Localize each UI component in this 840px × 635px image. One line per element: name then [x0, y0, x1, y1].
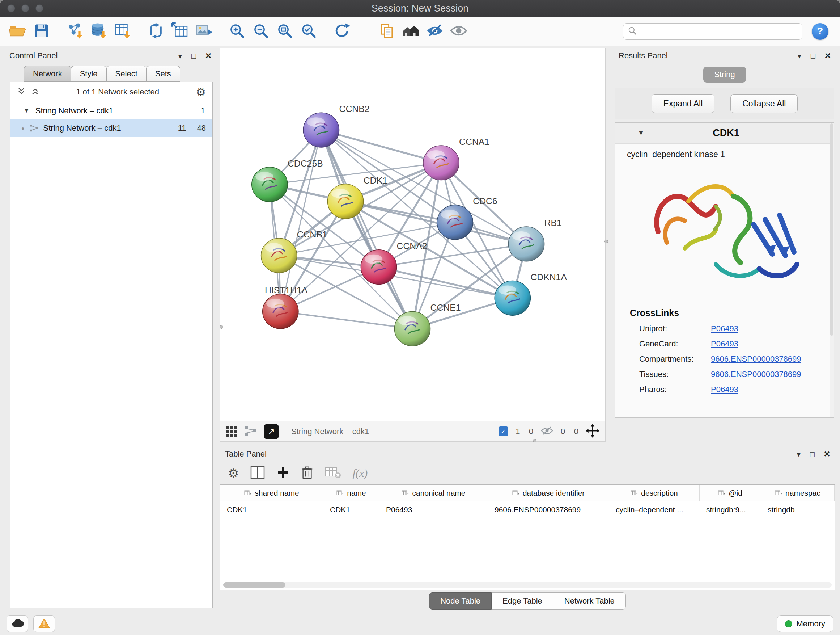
hide-selected-button[interactable] [424, 20, 446, 43]
float-panel-icon[interactable]: □ [811, 52, 815, 60]
cloud-sync-button[interactable] [6, 616, 28, 632]
crosslink-link-pharos[interactable]: P06493 [711, 385, 738, 394]
network-node-ccna2[interactable] [361, 250, 396, 285]
splitter-handle[interactable] [605, 240, 608, 243]
crosslink-link-tissues[interactable]: 9606.ENSP00000378699 [711, 370, 801, 379]
collapse-tree-button[interactable] [17, 87, 26, 97]
splitter-handle[interactable] [533, 439, 537, 442]
network-edge[interactable] [280, 311, 412, 329]
network-node-cdc6[interactable] [437, 205, 473, 240]
close-panel-icon[interactable]: × [825, 51, 831, 61]
collection-count: 1 [201, 106, 205, 116]
control-panel-header: Control Panel ▾ □ × [4, 48, 216, 64]
table-options-button[interactable]: ⚙ [228, 467, 239, 479]
network-node-ccnb1[interactable] [261, 238, 297, 273]
expand-all-button[interactable]: Expand All [652, 95, 715, 113]
collapse-panel-icon[interactable]: ▾ [797, 450, 801, 458]
network-from-table-button[interactable] [169, 20, 191, 43]
create-column-button[interactable] [276, 466, 289, 480]
open-session-button[interactable] [6, 20, 29, 43]
gene-section-header[interactable]: ▼ CDK1 [615, 123, 834, 144]
network-node-ccne1[interactable] [394, 311, 430, 346]
column-header[interactable]: shared name [220, 485, 324, 501]
network-node-cdc25b[interactable] [252, 167, 287, 202]
network-node-ccnb2[interactable] [303, 112, 339, 147]
table-horizontal-scrollbar[interactable] [223, 582, 832, 587]
network-graph[interactable]: CCNB2CCNA1CDC25BCDK1CDC6RB1CCNB1CCNA2CDK… [220, 48, 605, 421]
close-panel-icon[interactable]: × [824, 449, 830, 459]
zoom-window-button[interactable] [35, 4, 43, 12]
gene-expander-icon[interactable]: ▼ [638, 129, 644, 137]
network-row[interactable]: ● String Network – cdk1 11 48 [11, 119, 212, 137]
birds-eye-toggle-button[interactable] [226, 426, 237, 437]
network-edge[interactable] [280, 130, 321, 311]
minimize-window-button[interactable] [21, 4, 29, 12]
float-panel-icon[interactable]: □ [810, 450, 815, 458]
delete-table-button[interactable] [325, 466, 341, 480]
tab-sets[interactable]: Sets [146, 66, 180, 82]
column-header[interactable]: name [324, 485, 379, 501]
search-input[interactable] [640, 27, 798, 36]
tab-edge-table[interactable]: Edge Table [492, 592, 554, 610]
warnings-button[interactable] [33, 616, 55, 632]
collapse-panel-icon[interactable]: ▾ [797, 52, 801, 60]
column-header[interactable]: database identifier [488, 485, 609, 501]
tab-node-table[interactable]: Node Table [429, 592, 492, 610]
import-table-from-file-button[interactable] [111, 20, 134, 43]
tab-style[interactable]: Style [71, 66, 107, 82]
scrollbar-thumb[interactable] [223, 582, 286, 587]
function-builder-button[interactable]: f(x) [352, 467, 368, 479]
results-scrollbar[interactable] [829, 123, 834, 417]
network-node-rb1[interactable] [508, 226, 544, 261]
selected-checkbox-icon[interactable]: ✓ [499, 426, 508, 436]
network-canvas[interactable]: CCNB2CCNA1CDC25BCDK1CDC6RB1CCNB1CCNA2CDK… [220, 48, 606, 421]
close-window-button[interactable] [7, 4, 15, 12]
new-network-button[interactable] [145, 20, 167, 43]
pan-tool-button[interactable] [586, 424, 600, 439]
export-view-button[interactable]: ↗ [264, 424, 279, 439]
close-panel-icon[interactable]: × [205, 51, 211, 61]
delete-columns-button[interactable] [301, 466, 313, 481]
network-share-button[interactable] [244, 425, 256, 438]
network-node-cdk1[interactable] [327, 184, 363, 219]
show-columns-button[interactable] [250, 466, 265, 480]
collapse-panel-icon[interactable]: ▾ [178, 52, 182, 60]
results-tab-string[interactable]: String [703, 67, 745, 82]
tab-network-table[interactable]: Network Table [554, 592, 626, 610]
crosslink-link-genecard[interactable]: P06493 [711, 339, 738, 348]
save-session-button[interactable] [30, 20, 53, 43]
network-node-ccna1[interactable] [423, 146, 459, 180]
network-options-button[interactable]: ⚙ [196, 87, 206, 98]
network-edge[interactable] [321, 130, 412, 329]
tab-select[interactable]: Select [106, 66, 147, 82]
zoom-selected-button[interactable] [297, 20, 320, 43]
tab-network[interactable]: Network [24, 66, 71, 82]
table-row[interactable]: CDK1 CDK1 P06493 9606.ENSP00000378699 cy… [220, 501, 835, 518]
network-node-cdkn1a[interactable] [494, 281, 531, 316]
crosslink-link-compartments[interactable]: 9606.ENSP00000378699 [711, 355, 801, 364]
export-image-button[interactable] [193, 20, 215, 43]
float-panel-icon[interactable]: □ [191, 52, 196, 60]
network-node-hist1h1a[interactable] [263, 294, 298, 329]
apply-layout-button[interactable] [331, 20, 353, 43]
zoom-fit-button[interactable] [273, 20, 296, 43]
expand-tree-button[interactable] [31, 87, 39, 97]
help-button[interactable]: ? [812, 23, 829, 40]
import-network-from-file-button[interactable] [64, 20, 86, 43]
document-copy-button[interactable] [376, 20, 398, 43]
show-all-button[interactable] [447, 20, 470, 43]
import-network-from-database-button[interactable] [88, 20, 110, 43]
column-header[interactable]: description [609, 485, 699, 501]
crosslink-link-uniprot[interactable]: P06493 [711, 324, 738, 333]
collection-expander-icon[interactable]: ▼ [24, 107, 30, 114]
network-collection-row[interactable]: ▼ String Network – cdk1 1 [11, 102, 212, 119]
zoom-out-button[interactable] [249, 20, 272, 43]
zoom-in-button[interactable] [226, 20, 248, 43]
column-header[interactable]: canonical name [379, 485, 488, 501]
collapse-all-button[interactable]: Collapse All [730, 95, 798, 113]
houses-button[interactable] [400, 20, 422, 43]
splitter-handle[interactable] [219, 325, 223, 329]
column-header[interactable]: @id [699, 485, 761, 501]
memory-button[interactable]: Memory [777, 616, 834, 632]
column-header[interactable]: namespac [761, 485, 835, 501]
